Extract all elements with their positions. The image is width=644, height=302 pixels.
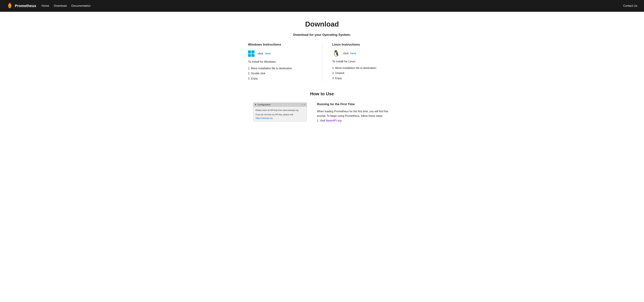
windows-icon <box>248 50 254 57</box>
brand-name: Prometheus <box>15 4 36 8</box>
config-titlebar-controls: − □ × <box>300 103 305 106</box>
windows-icon-row: : click here <box>248 50 315 57</box>
nav-contact[interactable]: Contact Us <box>623 4 637 7</box>
first-time-step-prefix: 1. Visit <box>317 119 325 122</box>
brand-link[interactable]: Prometheus <box>7 2 36 9</box>
linux-step-1: Move installation file to destination <box>332 65 400 71</box>
config-body: Please enter an API-Key from www.newsapi… <box>253 107 307 121</box>
config-screenshot: ▼ Configuration − □ × Please enter an AP… <box>253 102 307 122</box>
linux-download-link[interactable]: here <box>350 52 356 55</box>
nav-documentation[interactable]: Documentation <box>71 4 90 7</box>
first-time-text: When loading Prometheus for the first ti… <box>317 109 391 123</box>
linux-steps: Move installation file to destination Un… <box>332 65 400 81</box>
linux-install-heading: To install for Linux: <box>332 60 400 63</box>
config-titlebar: ▼ Configuration − □ × <box>253 103 307 107</box>
download-subtitle: Download for your Operating System: <box>10 33 634 37</box>
how-to-use-content: ▼ Configuration − □ × Please enter an AP… <box>10 102 634 123</box>
linux-icon: 🐧 <box>332 50 340 56</box>
config-newsapi-link[interactable]: https://newsapi.org <box>256 117 273 119</box>
first-time-section: Running for the First Time When loading … <box>317 102 391 123</box>
config-window-title: Configuration <box>258 103 270 106</box>
nav-download[interactable]: Download <box>54 4 67 7</box>
how-to-use-title: How to Use <box>10 91 634 96</box>
linux-step-2: Unpack <box>332 71 400 76</box>
windows-step-2: Double click <box>248 71 315 76</box>
close-button[interactable]: × <box>304 103 305 106</box>
maximize-button[interactable]: □ <box>302 103 304 106</box>
config-body-text2: If you do not have an API-Key, please vi… <box>256 113 304 116</box>
config-titlebar-icon: ▼ <box>255 103 257 106</box>
download-columns: Windows Instructions : click here To ins… <box>10 43 634 81</box>
linux-click-label: : click <box>342 52 349 55</box>
main-content: Download Download for your Operating Sys… <box>0 12 644 302</box>
windows-click-label: : click <box>256 52 264 55</box>
nav-links: Home Download Documentation <box>42 4 90 7</box>
page-title: Download <box>10 20 634 28</box>
windows-step-3: Enjoy <box>248 76 315 81</box>
navbar: Prometheus Home Download Documentation C… <box>0 0 644 12</box>
windows-step-1: Move installation file to destination <box>248 66 315 71</box>
flame-icon <box>7 2 13 9</box>
linux-icon-row: 🐧 : click here <box>332 50 400 56</box>
linux-step-3: Enjoy <box>332 76 400 81</box>
config-body-text1: Please enter an API-Key from www.newsapi… <box>256 109 304 112</box>
windows-steps: Move installation file to destination Do… <box>248 66 315 81</box>
windows-install-heading: To install for Windows: <box>248 60 315 63</box>
linux-heading: Linux Instructions <box>332 43 400 46</box>
nav-home[interactable]: Home <box>42 4 49 7</box>
nav-left: Prometheus Home Download Documentation <box>7 2 90 9</box>
first-time-title: Running for the First Time <box>317 102 391 106</box>
windows-col: Windows Instructions : click here To ins… <box>238 43 322 81</box>
config-titlebar-left: ▼ Configuration <box>255 103 270 106</box>
minimize-button[interactable]: − <box>300 103 302 106</box>
windows-download-link[interactable]: here <box>265 52 270 55</box>
windows-heading: Windows Instructions <box>248 43 315 46</box>
linux-col: Linux Instructions 🐧 : click here To ins… <box>322 43 406 81</box>
first-time-text1: When loading Prometheus for the first ti… <box>317 110 388 117</box>
newsapi-link[interactable]: NewsAPI.org <box>326 119 342 122</box>
